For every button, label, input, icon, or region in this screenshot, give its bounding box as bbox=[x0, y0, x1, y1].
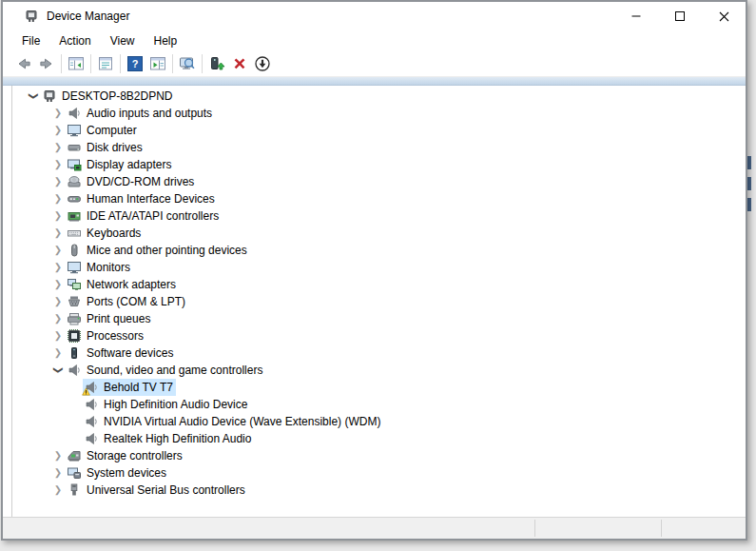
tree-item-universal-serial-bus-controllers[interactable]: ❯ Universal Serial Bus controllers bbox=[12, 482, 743, 499]
tree-item-human-interface-devices[interactable]: ❯ Human Interface Devices bbox=[12, 190, 743, 207]
chevron-expanded-icon[interactable]: ❯ bbox=[26, 89, 41, 104]
toolbar-content-divider bbox=[3, 77, 746, 86]
show-hide-console-tree-button[interactable] bbox=[65, 53, 87, 74]
chevron-collapsed-icon[interactable]: ❯ bbox=[50, 277, 66, 292]
tree-item-desktop-8b2dpnd[interactable]: ❯ DESKTOP-8B2DPND bbox=[12, 88, 743, 105]
toolbar-separator bbox=[120, 54, 121, 73]
desktop-background: Device Manager File Action View Help bbox=[0, 0, 756, 551]
maximize-button[interactable] bbox=[658, 2, 702, 30]
speaker-warning-icon bbox=[84, 380, 101, 395]
hid-icon bbox=[67, 191, 84, 207]
chevron-collapsed-icon[interactable]: ❯ bbox=[50, 311, 66, 326]
tree-item-storage-controllers[interactable]: ❯ Storage controllers bbox=[12, 447, 743, 464]
serial-port-icon bbox=[67, 294, 84, 309]
chevron-collapsed-icon[interactable]: ❯ bbox=[50, 345, 66, 361]
speaker-icon bbox=[84, 431, 101, 446]
chevron-expanded-icon[interactable]: ❯ bbox=[50, 363, 66, 378]
ide-controller-icon bbox=[67, 208, 84, 224]
chevron-collapsed-icon[interactable]: ❯ bbox=[50, 243, 66, 258]
storage-controller-icon bbox=[67, 448, 84, 463]
chevron-collapsed-icon[interactable]: ❯ bbox=[50, 448, 66, 463]
tree-item-nvidia-virtual-audio-device[interactable]: ❯ NVIDIA Virtual Audio Device (Wave Exte… bbox=[12, 413, 743, 430]
device-manager-icon bbox=[24, 9, 39, 24]
display-adapter-icon bbox=[67, 157, 84, 172]
tree-item-print-queues[interactable]: ❯ Print queues bbox=[12, 310, 743, 327]
toolbar-separator bbox=[90, 54, 91, 73]
tree-item-audio-inputs-and-outputs[interactable]: ❯ Audio inputs and outputs bbox=[12, 105, 743, 122]
printer-icon bbox=[67, 311, 84, 326]
tree-item-sound-video-and-game-controllers[interactable]: ❯ Sound, video and game controllers bbox=[12, 362, 743, 379]
chevron-collapsed-icon[interactable]: ❯ bbox=[50, 106, 66, 121]
back-button[interactable] bbox=[12, 53, 35, 74]
toolbar-separator bbox=[172, 54, 173, 73]
minimize-button[interactable] bbox=[614, 2, 658, 30]
device-manager-window: Device Manager File Action View Help bbox=[1, 0, 747, 541]
menu-help[interactable]: Help bbox=[145, 31, 187, 50]
warning-icon bbox=[82, 387, 90, 396]
software-device-icon bbox=[67, 345, 84, 361]
window-title: Device Manager bbox=[47, 10, 129, 23]
speaker-icon bbox=[84, 397, 101, 412]
usb-icon bbox=[67, 482, 84, 498]
scan-for-hardware-changes-button[interactable] bbox=[176, 53, 199, 74]
forward-button[interactable] bbox=[35, 53, 58, 74]
tree-item-computer[interactable]: ❯ Computer bbox=[12, 122, 743, 139]
chevron-collapsed-icon[interactable]: ❯ bbox=[50, 123, 66, 138]
menu-bar: File Action View Help bbox=[3, 30, 746, 51]
monitor-icon bbox=[67, 260, 84, 275]
device-tree: ❯ DESKTOP-8B2DPND ❯ Audio inputs and out… bbox=[11, 86, 743, 517]
tree-item-disk-drives[interactable]: ❯ Disk drives bbox=[12, 139, 743, 156]
svg-text:?: ? bbox=[132, 58, 139, 69]
properties-button[interactable] bbox=[94, 53, 117, 74]
toolbar-separator bbox=[202, 54, 203, 73]
uninstall-device-button[interactable] bbox=[228, 53, 251, 74]
network-adapter-icon bbox=[67, 277, 84, 292]
chevron-collapsed-icon[interactable]: ❯ bbox=[50, 208, 66, 224]
tree-item-display-adapters[interactable]: ❯ Display adapters bbox=[12, 156, 743, 173]
status-bar-divider bbox=[661, 520, 662, 537]
tree-item-monitors[interactable]: ❯ Monitors bbox=[12, 259, 743, 276]
chevron-collapsed-icon[interactable]: ❯ bbox=[50, 157, 66, 172]
update-driver-button[interactable] bbox=[205, 53, 228, 74]
tree-item-dvd-cd-rom-drives[interactable]: ❯ DVD/CD-ROM drives bbox=[12, 173, 743, 190]
tree-item-network-adapters[interactable]: ❯ Network adapters bbox=[12, 276, 743, 293]
chevron-collapsed-icon[interactable]: ❯ bbox=[50, 482, 66, 498]
speaker-icon bbox=[84, 414, 101, 429]
disk-drive-icon bbox=[67, 140, 84, 155]
menu-action[interactable]: Action bbox=[49, 31, 100, 50]
disable-device-button[interactable] bbox=[251, 53, 274, 74]
tree-item-ports-com-lpt[interactable]: ❯ Ports (COM & LPT) bbox=[12, 293, 743, 310]
menu-file[interactable]: File bbox=[12, 31, 49, 50]
keyboard-icon bbox=[67, 226, 84, 241]
chevron-collapsed-icon[interactable]: ❯ bbox=[50, 260, 66, 275]
chevron-collapsed-icon[interactable]: ❯ bbox=[50, 328, 66, 344]
computer-device-icon bbox=[42, 89, 59, 104]
chevron-collapsed-icon[interactable]: ❯ bbox=[50, 226, 66, 241]
tree-item-software-devices[interactable]: ❯ Software devices bbox=[12, 344, 743, 362]
tree-item-system-devices[interactable]: ❯ System devices bbox=[12, 464, 743, 482]
mouse-icon bbox=[67, 243, 84, 258]
tree-item-processors[interactable]: ❯ Processors bbox=[12, 327, 743, 344]
tree-item-mice-and-other-pointing-devices[interactable]: ❯ Mice and other pointing devices bbox=[12, 242, 743, 259]
tree-item-behold-tv-t7[interactable]: ❯ Behold TV T7 bbox=[12, 379, 743, 396]
monitor-icon bbox=[67, 123, 84, 138]
chevron-collapsed-icon[interactable]: ❯ bbox=[50, 174, 66, 189]
menu-view[interactable]: View bbox=[101, 31, 145, 50]
toolbar-separator bbox=[61, 54, 62, 73]
chevron-collapsed-icon[interactable]: ❯ bbox=[50, 191, 66, 207]
toolbar: ? bbox=[3, 51, 746, 77]
system-device-icon bbox=[67, 465, 84, 481]
tree-item-high-definition-audio-device[interactable]: ❯ High Definition Audio Device bbox=[12, 396, 743, 413]
tree-item-keyboards[interactable]: ❯ Keyboards bbox=[12, 225, 743, 242]
status-bar-divider bbox=[534, 520, 535, 537]
show-hide-action-pane-button[interactable] bbox=[146, 53, 169, 74]
title-bar: Device Manager bbox=[3, 2, 746, 30]
chevron-collapsed-icon[interactable]: ❯ bbox=[50, 140, 66, 155]
chevron-collapsed-icon[interactable]: ❯ bbox=[50, 294, 66, 309]
chevron-collapsed-icon[interactable]: ❯ bbox=[50, 465, 66, 481]
close-button[interactable] bbox=[702, 2, 746, 30]
tree-item-ide-ata-atapi-controllers[interactable]: ❯ IDE ATA/ATAPI controllers bbox=[12, 207, 743, 225]
tree-item-realtek-high-definition-audio[interactable]: ❯ Realtek High Definition Audio bbox=[12, 430, 743, 447]
processor-icon bbox=[67, 328, 84, 344]
help-button[interactable]: ? bbox=[124, 53, 146, 74]
